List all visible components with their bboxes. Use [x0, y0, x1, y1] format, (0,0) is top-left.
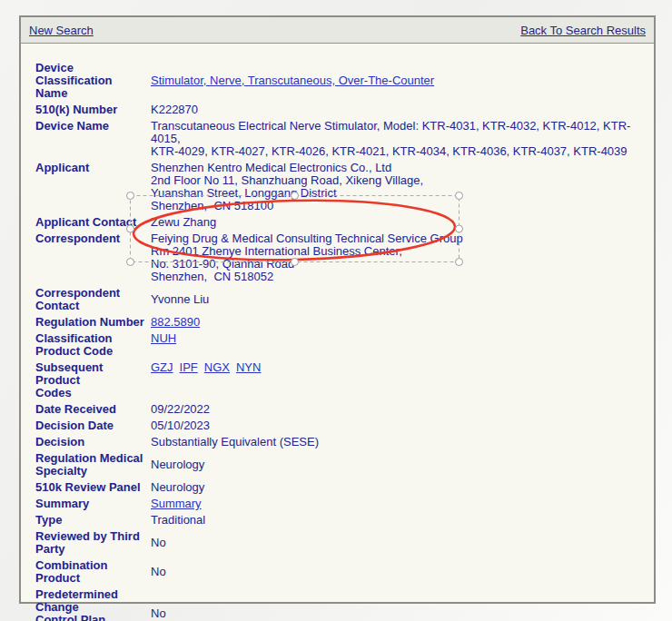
field-value: Summary [151, 498, 643, 510]
back-to-search-results-link[interactable]: Back To Search Results [520, 24, 646, 37]
row-regulation-number: Regulation Number 882.5890 [35, 316, 643, 329]
field-label: Summary [35, 498, 151, 510]
field-label: Decision Date [35, 419, 151, 432]
field-value: NUH [151, 332, 643, 345]
field-value: No [151, 607, 643, 620]
field-label: 510k Review Panel [35, 481, 151, 494]
nav-bar: New Search Back To Search Results [21, 17, 654, 44]
field-value: No [151, 566, 643, 578]
field-label: Classification Product Code [35, 332, 151, 358]
row-reviewed-by-third-party: Reviewed by Third Party No [35, 530, 643, 556]
field-value: Transcutaneous Electrical Nerve Stimulat… [151, 120, 643, 158]
record-panel: New Search Back To Search Results Device… [19, 15, 656, 604]
field-label: Combination Product [35, 559, 151, 585]
row-applicant: Applicant Shenzhen Kentro Medical Electr… [35, 162, 643, 212]
row-510k-number: 510(k) Number K222870 [35, 104, 643, 116]
subsequent-code-gzj-link[interactable]: GZJ [151, 360, 173, 374]
row-510k-review-panel: 510k Review Panel Neurology [35, 481, 643, 494]
row-summary: Summary Summary [35, 498, 643, 510]
field-label: Decision [35, 436, 151, 448]
row-predetermined-change-control-plan: Predetermined Change Control Plan Author… [35, 588, 643, 621]
field-value: 09/22/2022 [151, 403, 643, 416]
field-value: Substantially Equivalent (SESE) [151, 436, 643, 448]
row-date-received: Date Received 09/22/2022 [35, 403, 643, 416]
row-correspondent-contact: Correspondent Contact Yvonne Liu [35, 287, 643, 312]
row-subsequent-product-codes: Subsequent Product Codes GZJIPFNGXNYN [35, 361, 643, 399]
record-detail-table: Device Classification Name Stimulator, N… [21, 44, 654, 621]
summary-link[interactable]: Summary [151, 497, 202, 510]
product-code-nuh-link[interactable]: NUH [151, 331, 176, 345]
field-label: Applicant [35, 162, 151, 174]
row-regulation-medical-specialty: Regulation Medical Specialty Neurology [35, 452, 643, 478]
regulation-number-link[interactable]: 882.5890 [151, 315, 200, 329]
field-value: Feiying Drug & Medical Consulting Techni… [151, 232, 643, 283]
field-label: Subsequent Product Codes [35, 361, 151, 399]
field-label: Correspondent Contact [35, 287, 151, 312]
field-value: Neurology [151, 481, 643, 494]
field-label: Type [35, 514, 151, 527]
field-value: Zewu Zhang [151, 216, 643, 229]
row-classification-product-code: Classification Product Code NUH [35, 332, 643, 358]
field-label: Applicant Contact [35, 216, 151, 229]
new-search-link[interactable]: New Search [29, 24, 94, 37]
row-type: Type Traditional [35, 514, 643, 527]
row-decision: Decision Substantially Equivalent (SESE) [35, 436, 643, 448]
subsequent-code-ipf-link[interactable]: IPF [180, 360, 198, 374]
field-value: Neurology [151, 458, 643, 471]
subsequent-code-ngx-link[interactable]: NGX [204, 360, 230, 374]
row-applicant-contact: Applicant Contact Zewu Zhang [35, 216, 643, 229]
field-label: Correspondent [35, 232, 151, 245]
field-value: K222870 [151, 104, 643, 116]
field-value: Yvonne Liu [151, 293, 643, 306]
field-value: Shenzhen Kentro Medical Electronics Co.,… [151, 162, 643, 212]
field-label: Regulation Number [35, 316, 151, 329]
row-device-name: Device Name Transcutaneous Electrical Ne… [35, 120, 643, 158]
field-label: Device Classification Name [35, 62, 151, 100]
field-value: GZJIPFNGXNYN [151, 361, 643, 374]
field-value: 05/10/2023 [151, 419, 643, 432]
row-device-classification-name: Device Classification Name Stimulator, N… [35, 62, 643, 100]
row-combination-product: Combination Product No [35, 559, 643, 585]
field-label: Regulation Medical Specialty [35, 452, 151, 478]
field-label: Predetermined Change Control Plan Author… [35, 588, 151, 621]
device-classification-link[interactable]: Stimulator, Nerve, Transcutaneous, Over-… [151, 74, 434, 87]
page: New Search Back To Search Results Device… [0, 0, 672, 621]
row-decision-date: Decision Date 05/10/2023 [35, 419, 643, 432]
field-value: No [151, 537, 643, 549]
row-correspondent: Correspondent Feiying Drug & Medical Con… [35, 232, 643, 283]
field-label: 510(k) Number [35, 104, 151, 116]
field-value: Stimulator, Nerve, Transcutaneous, Over-… [151, 74, 643, 87]
field-label: Device Name [35, 120, 151, 133]
subsequent-code-nyn-link[interactable]: NYN [236, 360, 261, 374]
field-label: Reviewed by Third Party [35, 530, 151, 556]
field-value: 882.5890 [151, 316, 643, 329]
field-label: Date Received [35, 403, 151, 416]
field-value: Traditional [151, 514, 643, 527]
